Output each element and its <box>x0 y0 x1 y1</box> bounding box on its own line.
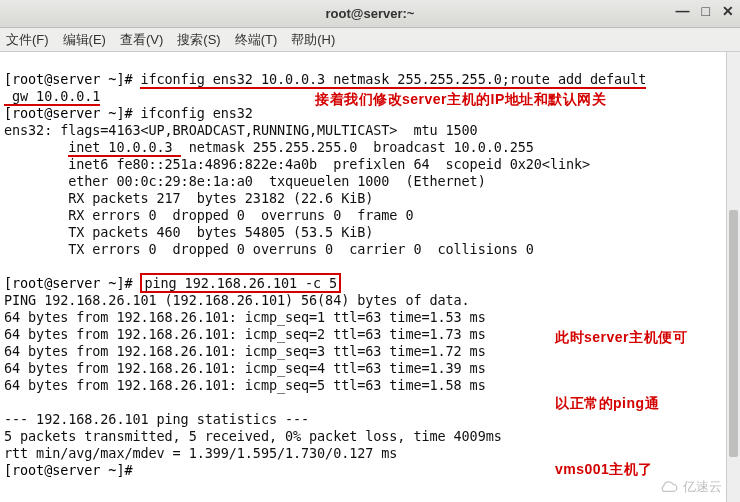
annotation-2-line1: 此时server主机便可 <box>555 326 687 348</box>
output-line: ens32: flags=4163<UP,BROADCAST,RUNNING,M… <box>4 122 478 138</box>
cmd-ifconfig: ifconfig ens32 <box>140 105 252 121</box>
output-line: 5 packets transmitted, 5 received, 0% pa… <box>4 428 502 444</box>
title-bar: root@server:~ — □ ✕ <box>0 0 740 28</box>
output-line: 64 bytes from 192.168.26.101: icmp_seq=3… <box>4 343 486 359</box>
output-line: TX errors 0 dropped 0 overruns 0 carrier… <box>4 241 534 257</box>
window-controls: — □ ✕ <box>676 3 734 19</box>
menu-file[interactable]: 文件(F) <box>6 31 49 49</box>
highlight-ping-cmd: ping 192.168.26.101 -c 5 <box>140 273 341 293</box>
output-line: PING 192.168.26.101 (192.168.26.101) 56(… <box>4 292 470 308</box>
output-line <box>4 139 68 155</box>
prompt: [root@server ~]# <box>4 275 140 291</box>
menu-edit[interactable]: 编辑(E) <box>63 31 106 49</box>
maximize-button[interactable]: □ <box>702 3 710 19</box>
scrollbar[interactable] <box>726 52 740 502</box>
annotation-2-line3: vms001主机了 <box>555 458 687 480</box>
menu-terminal[interactable]: 终端(T) <box>235 31 278 49</box>
output-line: ether 00:0c:29:8e:1a:a0 txqueuelen 1000 … <box>4 173 486 189</box>
close-button[interactable]: ✕ <box>722 3 734 19</box>
cmd-ifconfig-route-cont: gw 10.0.0.1 <box>4 88 100 106</box>
terminal-area[interactable]: [root@server ~]# ifconfig ens32 10.0.0.3… <box>0 52 740 502</box>
menu-help[interactable]: 帮助(H) <box>291 31 335 49</box>
cmd-ifconfig-route: ifconfig ens32 10.0.0.3 netmask 255.255.… <box>140 71 646 89</box>
highlight-inet: inet 10.0.0.3 <box>68 139 180 157</box>
output-line: RX packets 217 bytes 23182 (22.6 KiB) <box>4 190 373 206</box>
menu-view[interactable]: 查看(V) <box>120 31 163 49</box>
window-title: root@server:~ <box>326 6 415 21</box>
minimize-button[interactable]: — <box>676 3 690 19</box>
output-line: --- 192.168.26.101 ping statistics --- <box>4 411 309 427</box>
output-line: 64 bytes from 192.168.26.101: icmp_seq=4… <box>4 360 486 376</box>
output-line: 64 bytes from 192.168.26.101: icmp_seq=1… <box>4 309 486 325</box>
output-line: TX packets 460 bytes 54805 (53.5 KiB) <box>4 224 373 240</box>
menu-search[interactable]: 搜索(S) <box>177 31 220 49</box>
prompt: [root@server ~]# <box>4 105 140 121</box>
output-line <box>4 394 12 410</box>
output-line: netmask 255.255.255.0 broadcast 10.0.0.2… <box>181 139 534 155</box>
output-line: 64 bytes from 192.168.26.101: icmp_seq=5… <box>4 377 486 393</box>
output-line: RX errors 0 dropped 0 overruns 0 frame 0 <box>4 207 413 223</box>
prompt: [root@server ~]# <box>4 462 140 478</box>
watermark-text: 亿速云 <box>683 478 722 496</box>
output-line <box>4 258 12 274</box>
annotation-2-line2: 以正常的ping通 <box>555 392 687 414</box>
output-line: 64 bytes from 192.168.26.101: icmp_seq=2… <box>4 326 486 342</box>
watermark: 亿速云 <box>657 478 722 496</box>
annotation-2: 此时server主机便可 以正常的ping通 vms001主机了 <box>555 282 687 502</box>
output-line: inet6 fe80::251a:4896:822e:4a0b prefixle… <box>4 156 590 172</box>
output-line: rtt min/avg/max/mdev = 1.399/1.595/1.730… <box>4 445 397 461</box>
menu-bar: 文件(F) 编辑(E) 查看(V) 搜索(S) 终端(T) 帮助(H) <box>0 28 740 52</box>
prompt: [root@server ~]# <box>4 71 140 87</box>
cloud-icon <box>657 480 679 494</box>
scrollbar-thumb[interactable] <box>729 210 738 458</box>
annotation-1: 接着我们修改server主机的IP地址和默认网关 <box>315 88 606 110</box>
